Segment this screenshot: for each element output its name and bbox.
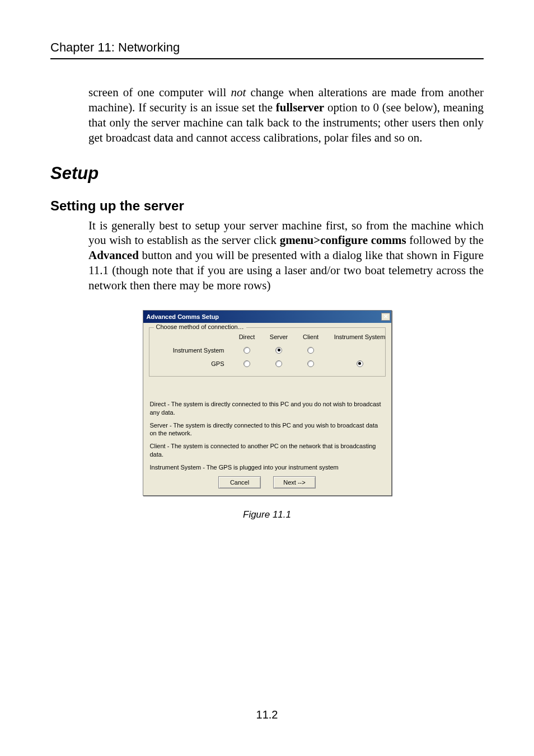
bold-menu-path: gmenu>configure comms (280, 233, 406, 247)
desc-client: Client - The system is connected to anot… (149, 442, 386, 459)
bold-advanced: Advanced (88, 248, 139, 262)
bold-fullserver: fullserver (276, 101, 324, 114)
radio-instrument-client[interactable] (307, 347, 314, 354)
radio-gps-client[interactable] (307, 360, 314, 367)
col-header-direct: Direct (231, 334, 263, 340)
radio-instrument-server[interactable] (275, 347, 282, 354)
desc-server: Server - The system is directly connecte… (149, 421, 386, 438)
advanced-comms-dialog: Advanced Comms Setup ✕ Choose method of … (143, 310, 392, 496)
close-button[interactable]: ✕ (381, 313, 390, 321)
connection-groupbox: Choose method of connection… Direct Serv… (149, 327, 386, 377)
dialog-titlebar[interactable]: Advanced Comms Setup ✕ (143, 311, 391, 323)
groupbox-legend: Choose method of connection… (154, 323, 246, 330)
italic-not: not (231, 86, 246, 99)
next-button[interactable]: Next --> (273, 476, 316, 489)
radio-gps-server[interactable] (275, 360, 282, 367)
radio-gps-instrument-system[interactable] (357, 360, 363, 367)
text: followed by the (406, 233, 484, 247)
subsection-heading-server: Setting up the server (50, 198, 484, 214)
row-label-instrument-system: Instrument System (153, 347, 231, 354)
chapter-header: Chapter 11: Networking (50, 40, 484, 59)
text: button and you will be presented with a … (88, 248, 484, 292)
row-label-gps: GPS (153, 360, 231, 367)
text: screen of one computer will (88, 86, 231, 99)
cancel-button[interactable]: Cancel (218, 476, 261, 489)
col-header-instrument-system: Instrument System (327, 334, 393, 340)
figure-caption: Figure 11.1 (50, 509, 484, 520)
col-header-server: Server (263, 334, 295, 340)
desc-direct: Direct - The system is directly connecte… (149, 400, 386, 417)
radio-gps-direct[interactable] (243, 360, 250, 367)
col-header-client: Client (295, 334, 327, 340)
close-icon: ✕ (383, 314, 388, 320)
section-heading-setup: Setup (50, 163, 484, 184)
body-paragraph: It is generally best to setup your serve… (88, 218, 484, 293)
desc-instrument-system: Instrument System - The GPS is plugged i… (149, 463, 386, 472)
dialog-title: Advanced Comms Setup (147, 313, 219, 320)
radio-instrument-direct[interactable] (243, 347, 250, 354)
page-number: 11.2 (0, 708, 534, 721)
intro-paragraph: screen of one computer will not change w… (88, 85, 484, 145)
